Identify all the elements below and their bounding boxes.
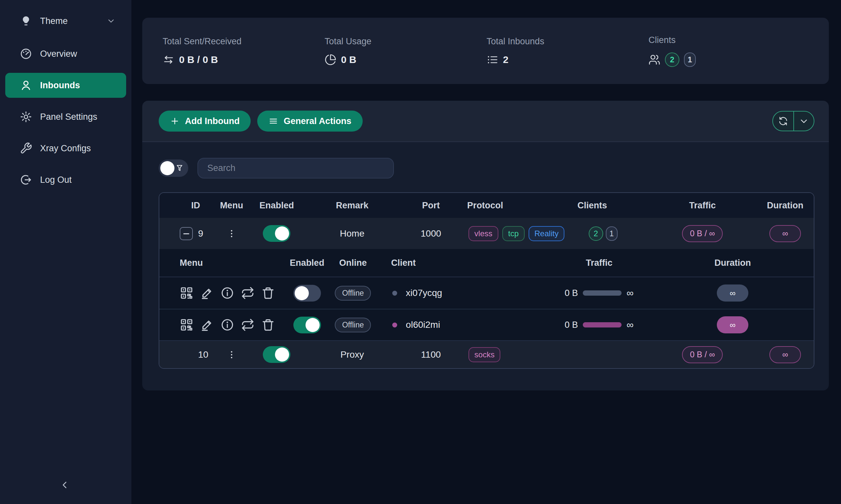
reset-traffic-button[interactable] [241,286,255,300]
sidebar-item-panel-settings[interactable]: Panel Settings [0,104,132,129]
logout-icon [20,174,32,186]
general-actions-button[interactable]: General Actions [257,111,362,131]
duration-pill: ∞ [769,225,801,242]
sidebar-item-label: Log Out [40,175,72,185]
duration-pill: ∞ [769,346,801,363]
refresh-button[interactable] [773,111,793,131]
stat-label: Total Sent/Received [162,36,325,47]
qr-code-icon [180,286,193,300]
sidebar-item-label: Inbounds [40,80,80,91]
sidebar-item-xray-configs[interactable]: Xray Configs [0,136,132,161]
client-enabled-toggle[interactable] [293,317,321,334]
stat-total-inbounds: Total Inbounds 2 [486,36,649,66]
subheader-online: Online [324,258,383,268]
inbound-port: 1100 [397,349,464,360]
theme-label: Theme [40,16,68,26]
sidebar-nav: Overview Inbounds Panel Settings Xray Co… [0,41,132,192]
protocol-tag-vless: vless [468,226,498,241]
swap-arrows-icon [162,54,174,66]
clients-total-badge: 1 [606,227,618,241]
theme-selector[interactable]: Theme [0,8,132,34]
traffic-progress-bar [583,322,621,327]
inbounds-table: ID Menu Enabled Remark Port Protocol Cli… [159,192,814,369]
sidebar-item-inbounds[interactable]: Inbounds [5,73,126,98]
main-content: Total Sent/Received 0 B / 0 B Total Usag… [132,0,841,504]
inbound-row-9: 9 Home 1000 vless tcp Reality [159,218,814,249]
sidebar-item-label: Xray Configs [40,143,91,154]
edit-button[interactable] [200,286,214,300]
stat-value: 0 B / 0 B [179,54,218,65]
online-status-badge: Offline [335,286,371,301]
traffic-pill: 0 B / ∞ [682,225,723,242]
online-status-badge: Offline [335,318,371,332]
inbounds-panel: Add Inbound General Actions [142,101,829,391]
chevron-left-icon [59,480,71,490]
stat-label: Total Usage [325,36,486,47]
client-traffic-value: 0 B [565,320,578,330]
add-inbound-button[interactable]: Add Inbound [159,111,251,131]
repeat-icon [241,286,255,300]
qr-code-button[interactable] [180,286,194,300]
subheader-menu: Menu [159,258,291,268]
row-menu-button[interactable] [225,347,238,362]
client-color-dot [392,323,397,327]
client-row-xi07ycqg: Offline xi07ycqg 0 B ∞ ∞ [159,277,814,309]
enabled-toggle[interactable] [263,346,290,363]
pencil-icon [200,286,214,300]
chevron-down-icon [799,116,809,126]
edit-button[interactable] [200,318,214,332]
inbound-id: 10 [198,349,208,360]
collapse-row-button[interactable] [180,227,193,240]
row-menu-button[interactable] [225,227,238,241]
reset-traffic-button[interactable] [241,318,255,332]
header-remark: Remark [307,200,397,211]
inbound-remark: Proxy [307,349,397,360]
inbound-id: 9 [198,228,203,239]
inbound-port: 1000 [397,228,464,239]
pencil-icon [200,318,214,332]
client-row-ol60i2mi: Offline ol60i2mi 0 B ∞ ∞ [159,309,814,340]
header-menu: Menu [217,200,246,211]
lightbulb-icon [20,15,32,27]
pie-chart-icon [325,54,337,66]
info-icon [220,318,234,332]
sidebar-collapse-button[interactable] [55,475,75,495]
info-button[interactable] [220,318,235,332]
stat-value: 2 [503,54,509,65]
enabled-toggle[interactable] [263,225,290,242]
stat-label: Clients [649,35,810,45]
inbound-remark: Home [307,228,397,239]
client-enabled-toggle[interactable] [293,285,321,302]
sidebar-item-logout[interactable]: Log Out [0,167,132,192]
qr-code-button[interactable] [180,318,194,332]
clients-subtable: Menu Enabled Online Client Traffic Durat… [159,249,814,340]
repeat-icon [241,318,255,332]
traffic-limit: ∞ [627,287,633,299]
traffic-limit: ∞ [627,319,633,330]
info-button[interactable] [220,286,235,300]
delete-button[interactable] [261,318,276,332]
delete-button[interactable] [261,286,276,300]
subheader-client: Client [382,258,546,268]
filter-toggle[interactable] [159,160,188,177]
search-input[interactable] [198,158,394,179]
sidebar-item-overview[interactable]: Overview [0,41,132,66]
add-inbound-label: Add Inbound [185,116,240,126]
refresh-dropdown-button[interactable] [793,111,814,131]
subheader-traffic: Traffic [547,258,652,268]
subtable-header-row: Menu Enabled Online Client Traffic Durat… [159,249,814,277]
gear-icon [20,111,32,123]
header-clients: Clients [573,200,649,211]
chevron-down-icon [106,16,116,25]
sidebar: Theme Overview Inbounds Panel Settings [0,0,132,504]
stat-label: Total Inbounds [486,36,649,47]
general-actions-label: General Actions [284,116,351,126]
sidebar-item-label: Overview [40,49,77,59]
client-name: xi07ycqg [406,288,442,298]
menu-bars-icon [269,116,278,126]
header-port: Port [397,200,464,211]
dots-vertical-icon [227,228,237,239]
info-icon [220,286,234,300]
gauge-icon [20,48,32,60]
trash-icon [261,318,275,332]
